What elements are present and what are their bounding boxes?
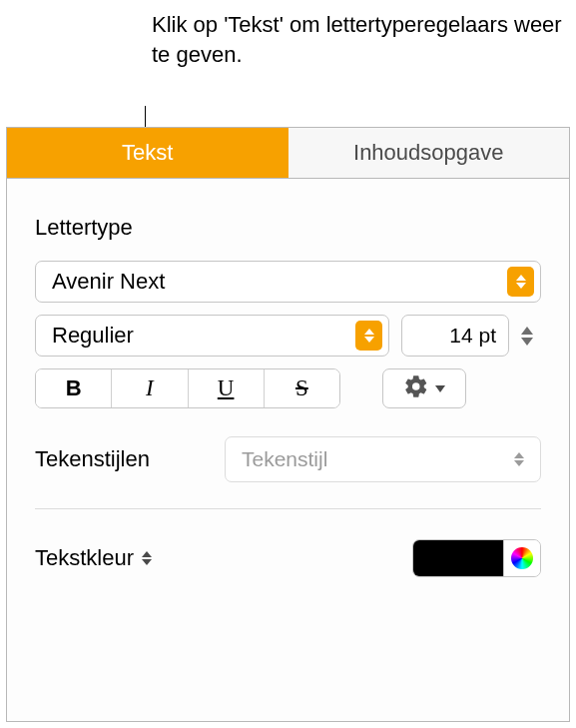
- popup-arrows-icon: [355, 321, 382, 351]
- callout-text: Klik op 'Tekst' om lettertyperegelaars w…: [152, 10, 576, 69]
- tab-text-label: Tekst: [122, 140, 173, 166]
- text-color-label: Tekstkleur: [35, 545, 134, 571]
- font-weight-select[interactable]: Regulier: [35, 315, 389, 357]
- bold-button[interactable]: B: [36, 369, 112, 407]
- tab-toc[interactable]: Inhoudsopgave: [288, 128, 570, 178]
- font-weight-value: Regulier: [52, 323, 355, 349]
- chevron-up-icon: [521, 327, 533, 335]
- text-color-row: Tekstkleur: [35, 539, 541, 577]
- font-weight-row: Regulier 14 pt: [35, 315, 541, 357]
- character-style-row: Tekenstijlen Tekenstijl: [35, 436, 541, 482]
- font-section-label: Lettertype: [35, 215, 541, 241]
- strikethrough-button[interactable]: S: [265, 369, 339, 407]
- font-size-field[interactable]: 14 pt: [401, 315, 509, 357]
- color-wheel-icon: [511, 547, 533, 569]
- character-style-placeholder: Tekenstijl: [242, 447, 514, 471]
- font-size-value: 14 pt: [449, 324, 496, 348]
- style-buttons-row: B I U S: [35, 368, 541, 408]
- italic-button[interactable]: I: [112, 369, 188, 407]
- text-color-picker[interactable]: [412, 539, 541, 577]
- gear-icon: [403, 373, 429, 403]
- font-size-stepper[interactable]: [521, 317, 541, 355]
- inspector-panel: Tekst Inhoudsopgave Lettertype Avenir Ne…: [6, 127, 570, 722]
- popup-arrows-icon: [514, 452, 524, 466]
- color-swatch[interactable]: [413, 540, 503, 576]
- panel-content: Lettertype Avenir Next Regulier 14 pt: [7, 179, 569, 597]
- popup-arrows-icon[interactable]: [142, 551, 152, 565]
- underline-button[interactable]: U: [189, 369, 265, 407]
- tab-text[interactable]: Tekst: [7, 128, 288, 178]
- character-style-select[interactable]: Tekenstijl: [225, 436, 541, 482]
- chevron-down-icon: [521, 338, 533, 346]
- chevron-down-icon: [435, 385, 445, 392]
- advanced-options-button[interactable]: [382, 368, 466, 408]
- text-color-label-group: Tekstkleur: [35, 545, 152, 571]
- divider: [35, 508, 541, 509]
- popup-arrows-icon: [507, 267, 534, 297]
- tab-toc-label: Inhoudsopgave: [353, 140, 503, 166]
- text-style-segment: B I U S: [35, 368, 340, 408]
- color-wheel-button[interactable]: [504, 540, 540, 576]
- character-style-label: Tekenstijlen: [35, 446, 205, 472]
- font-family-select[interactable]: Avenir Next: [35, 261, 541, 303]
- font-family-value: Avenir Next: [52, 269, 507, 295]
- tab-bar: Tekst Inhoudsopgave: [7, 128, 569, 179]
